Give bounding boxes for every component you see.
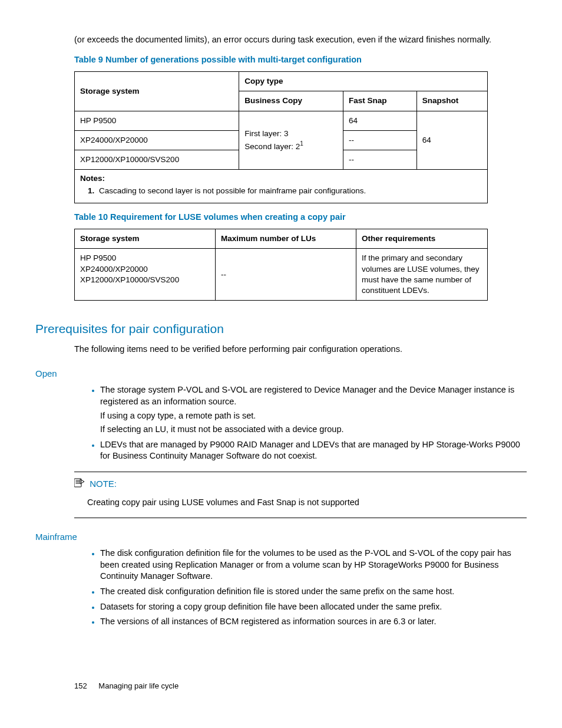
page-footer: 152 Managing pair life cycle bbox=[74, 681, 527, 691]
list-item: The storage system P-VOL and S-VOL are r… bbox=[100, 384, 527, 435]
table9-notes: Notes: Cascading to second layer is not … bbox=[75, 170, 488, 203]
cell-max: -- bbox=[216, 249, 356, 301]
table9-h-storage: Storage system bbox=[75, 72, 239, 111]
table10-h-storage: Storage system bbox=[75, 229, 216, 249]
cell-other: If the primary and secondary volumes are… bbox=[356, 249, 488, 301]
prereq-intro: The following items need to be verified … bbox=[74, 344, 527, 355]
table9-note-1: Cascading to second layer is not possibl… bbox=[97, 186, 482, 196]
cell-fs: -- bbox=[343, 150, 417, 170]
table-row: HP P9500 First layer: 3 Second layer: 21… bbox=[75, 111, 488, 130]
cell-sys: XP12000/XP10000/SVS200 bbox=[75, 150, 239, 170]
open-heading: Open bbox=[35, 368, 527, 380]
table10-h-other: Other requirements bbox=[356, 229, 488, 249]
list-item: The disk configuration definition file f… bbox=[100, 548, 527, 582]
table9-h-copytype: Copy type bbox=[239, 72, 488, 91]
table9: Storage system Copy type Business Copy F… bbox=[74, 71, 488, 203]
note-label: NOTE: bbox=[90, 479, 117, 489]
open-list: The storage system P-VOL and S-VOL are r… bbox=[88, 384, 527, 462]
cell-fs: -- bbox=[343, 130, 417, 150]
note-icon bbox=[74, 478, 85, 490]
page-number: 152 bbox=[74, 681, 87, 690]
table9-h-sn: Snapshot bbox=[416, 91, 487, 111]
table9-h-fs: Fast Snap bbox=[343, 91, 417, 111]
table10-h-max: Maximum number of LUs bbox=[216, 229, 356, 249]
list-item: The created disk configuration definitio… bbox=[100, 586, 527, 598]
cell-bc-merged: First layer: 3 Second layer: 21 bbox=[239, 111, 343, 170]
mainframe-heading: Mainframe bbox=[35, 531, 527, 543]
table9-h-bc: Business Copy bbox=[239, 91, 343, 111]
table10-caption: Table 10 Requirement for LUSE volumes wh… bbox=[74, 212, 527, 223]
table10: Storage system Maximum number of LUs Oth… bbox=[74, 229, 488, 301]
cell-sn-merged: 64 bbox=[416, 111, 487, 170]
table9-caption: Table 9 Number of generations possible w… bbox=[74, 54, 527, 66]
mainframe-list: The disk configuration definition file f… bbox=[88, 548, 527, 627]
list-item: The versions of all instances of BCM reg… bbox=[100, 616, 527, 628]
list-item: Datasets for storing a copy group defini… bbox=[100, 601, 527, 613]
section-title: Managing pair life cycle bbox=[98, 681, 178, 690]
cell-sys: HP P9500 bbox=[75, 111, 239, 130]
cell-sys: XP24000/XP20000 bbox=[75, 130, 239, 150]
note-body: Creating copy pair using LUSE volumes an… bbox=[87, 497, 527, 509]
intro-paragraph: (or exceeds the documented limits), an e… bbox=[74, 34, 527, 46]
cell-sys: HP P9500 XP24000/XP20000 XP12000/XP10000… bbox=[75, 249, 216, 301]
cell-fs: 64 bbox=[343, 111, 417, 130]
list-item: LDEVs that are managed by P9000 RAID Man… bbox=[100, 439, 527, 462]
table-row: HP P9500 XP24000/XP20000 XP12000/XP10000… bbox=[75, 249, 488, 301]
note-box: NOTE: Creating copy pair using LUSE volu… bbox=[74, 472, 527, 518]
prereq-heading: Prerequisites for pair configuration bbox=[35, 321, 527, 337]
